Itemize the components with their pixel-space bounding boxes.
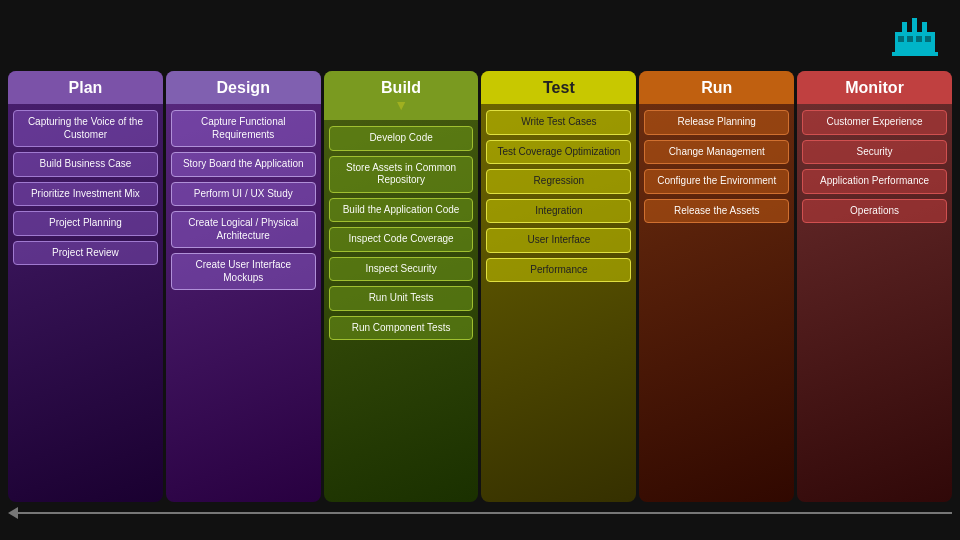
phase-col-run: RunRelease PlanningChange ManagementConf…	[639, 71, 794, 502]
activity-box: Capturing the Voice of the Customer	[13, 110, 158, 147]
phase-body-monitor: Customer ExperienceSecurityApplication P…	[797, 104, 952, 502]
factory-icon	[890, 14, 940, 65]
phase-header-test: Test	[481, 71, 636, 104]
phase-header-monitor: Monitor	[797, 71, 952, 104]
build-test-connector: ▼	[328, 97, 475, 113]
activity-box: Run Component Tests	[329, 316, 474, 341]
activity-box: User Interface	[486, 228, 631, 253]
feedback-arrow-head	[8, 507, 18, 519]
phase-header-run: Run	[639, 71, 794, 104]
svg-rect-5	[902, 22, 907, 34]
diagram: PlanCapturing the Voice of the CustomerB…	[0, 71, 960, 526]
activity-box: Application Performance	[802, 169, 947, 194]
activity-box: Create User Interface Mockups	[171, 253, 316, 290]
activity-box: Build the Application Code	[329, 198, 474, 223]
phase-header-label-test: Test	[543, 79, 575, 96]
activity-box: Run Unit Tests	[329, 286, 474, 311]
activity-box: Create Logical / Physical Architecture	[171, 211, 316, 248]
svg-rect-6	[912, 18, 917, 34]
phase-header-label-plan: Plan	[69, 79, 103, 96]
activity-box: Change Management	[644, 140, 789, 165]
phase-body-design: Capture Functional RequirementsStory Boa…	[166, 104, 321, 502]
activity-box: Regression	[486, 169, 631, 194]
phase-header-label-run: Run	[701, 79, 732, 96]
phase-header-label-build: Build	[381, 79, 421, 96]
activity-box: Release the Assets	[644, 199, 789, 224]
phases-row: PlanCapturing the Voice of the CustomerB…	[8, 71, 952, 502]
svg-rect-3	[916, 36, 922, 42]
activity-box: Capture Functional Requirements	[171, 110, 316, 147]
activity-box: Customer Experience	[802, 110, 947, 135]
activity-box: Test Coverage Optimization	[486, 140, 631, 165]
phase-body-run: Release PlanningChange ManagementConfigu…	[639, 104, 794, 502]
page: PlanCapturing the Voice of the CustomerB…	[0, 0, 960, 540]
activity-box: Project Planning	[13, 211, 158, 236]
svg-rect-7	[922, 22, 927, 34]
activity-box: Prioritize Investment Mix	[13, 182, 158, 207]
phase-col-plan: PlanCapturing the Voice of the CustomerB…	[8, 71, 163, 502]
phase-col-test: TestWrite Test CasesTest Coverage Optimi…	[481, 71, 636, 502]
phase-col-monitor: MonitorCustomer ExperienceSecurityApplic…	[797, 71, 952, 502]
activity-box: Security	[802, 140, 947, 165]
activity-box: Configure the Environment	[644, 169, 789, 194]
phase-body-test: Write Test CasesTest Coverage Optimizati…	[481, 104, 636, 502]
phase-body-plan: Capturing the Voice of the CustomerBuild…	[8, 104, 163, 502]
activity-box: Operations	[802, 199, 947, 224]
phase-body-build: Develop CodeStore Assets in Common Repos…	[324, 120, 479, 502]
phase-header-plan: Plan	[8, 71, 163, 104]
svg-rect-8	[892, 52, 938, 56]
svg-rect-1	[898, 36, 904, 42]
activity-box: Story Board the Application	[171, 152, 316, 177]
activity-box: Integration	[486, 199, 631, 224]
phase-col-design: DesignCapture Functional RequirementsSto…	[166, 71, 321, 502]
phase-header-design: Design	[166, 71, 321, 104]
activity-box: Release Planning	[644, 110, 789, 135]
title-bar	[0, 0, 960, 71]
phase-header-label-design: Design	[217, 79, 270, 96]
feedback-line	[18, 512, 952, 514]
activity-box: Project Review	[13, 241, 158, 266]
activity-box: Write Test Cases	[486, 110, 631, 135]
phase-col-build: Build▼Develop CodeStore Assets in Common…	[324, 71, 479, 502]
svg-rect-2	[907, 36, 913, 42]
activity-box: Performance	[486, 258, 631, 283]
phase-header-build: Build▼	[324, 71, 479, 120]
activity-box: Develop Code	[329, 126, 474, 151]
activity-box: Store Assets in Common Repository	[329, 156, 474, 193]
activity-box: Inspect Code Coverage	[329, 227, 474, 252]
feedback-arrow	[8, 504, 952, 522]
phase-header-label-monitor: Monitor	[845, 79, 904, 96]
activity-box: Build Business Case	[13, 152, 158, 177]
svg-rect-4	[925, 36, 931, 42]
activity-box: Inspect Security	[329, 257, 474, 282]
activity-box: Perform UI / UX Study	[171, 182, 316, 207]
